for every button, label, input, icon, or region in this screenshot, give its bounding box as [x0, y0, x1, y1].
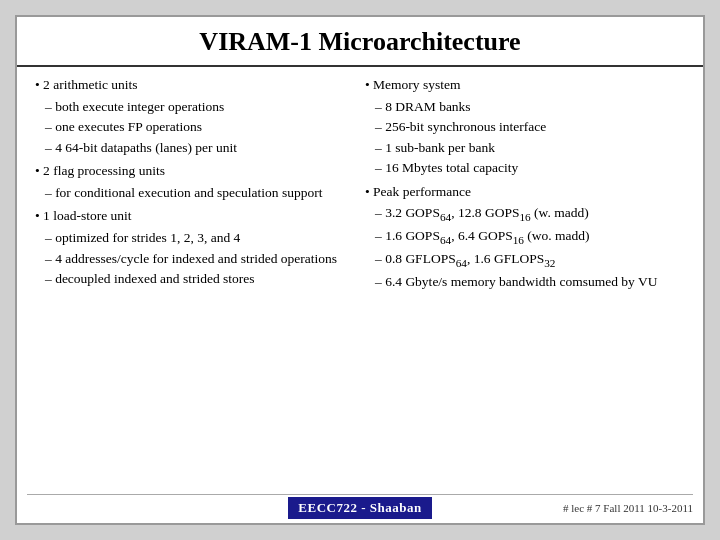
- footer-divider: [27, 494, 693, 495]
- arithmetic-item-2: one executes FP operations: [59, 117, 355, 137]
- loadstore-item-2: 4 addresses/cycle for indexed and stride…: [59, 249, 355, 269]
- section-arithmetic-header: 2 arithmetic units: [35, 75, 355, 95]
- perf-item-4: 6.4 Gbyte/s memory bandwidth comsumed by…: [389, 272, 685, 292]
- arithmetic-item-1: both execute integer operations: [59, 97, 355, 117]
- section-flag-header: 2 flag processing units: [35, 161, 355, 181]
- memory-item-1: 8 DRAM banks: [389, 97, 685, 117]
- memory-item-4: 16 Mbytes total capacity: [389, 158, 685, 178]
- right-column: Memory system 8 DRAM banks 256-bit synch…: [365, 75, 685, 490]
- section-memory-header: Memory system: [365, 75, 685, 95]
- left-column: 2 arithmetic units both execute integer …: [35, 75, 355, 490]
- memory-item-2: 256-bit synchronous interface: [389, 117, 685, 137]
- slide-title: VIRAM-1 Microarchitecture: [17, 17, 703, 67]
- perf-item-3: 0.8 GFLOPS64, 1.6 GFLOPS32: [389, 249, 685, 271]
- slide-footer: EECC722 - Shaaban # lec # 7 Fall 2011 10…: [17, 497, 703, 523]
- section-perf-items: 3.2 GOPS64, 12.8 GOPS16 (w. madd) 1.6 GO…: [375, 203, 685, 292]
- perf-item-2: 1.6 GOPS64, 6.4 GOPS16 (wo. madd): [389, 226, 685, 248]
- section-flag-items: for conditional execution and speculatio…: [45, 183, 355, 203]
- flag-item-1: for conditional execution and speculatio…: [59, 183, 355, 203]
- slide-content: 2 arithmetic units both execute integer …: [17, 67, 703, 494]
- section-memory-items: 8 DRAM banks 256-bit synchronous interfa…: [375, 97, 685, 178]
- footer-badge: EECC722 - Shaaban: [288, 497, 431, 519]
- section-loadstore-header: 1 load-store unit: [35, 206, 355, 226]
- section-loadstore-items: optimized for strides 1, 2, 3, and 4 4 a…: [45, 228, 355, 289]
- loadstore-item-1: optimized for strides 1, 2, 3, and 4: [59, 228, 355, 248]
- slide: VIRAM-1 Microarchitecture 2 arithmetic u…: [15, 15, 705, 525]
- memory-item-3: 1 sub-bank per bank: [389, 138, 685, 158]
- loadstore-item-3: decoupled indexed and strided stores: [59, 269, 355, 289]
- perf-item-1: 3.2 GOPS64, 12.8 GOPS16 (w. madd): [389, 203, 685, 225]
- arithmetic-item-3: 4 64-bit datapaths (lanes) per unit: [59, 138, 355, 158]
- footer-ref: # lec # 7 Fall 2011 10-3-2011: [563, 502, 693, 514]
- section-arithmetic-items: both execute integer operations one exec…: [45, 97, 355, 158]
- section-perf-header: Peak performance: [365, 182, 685, 202]
